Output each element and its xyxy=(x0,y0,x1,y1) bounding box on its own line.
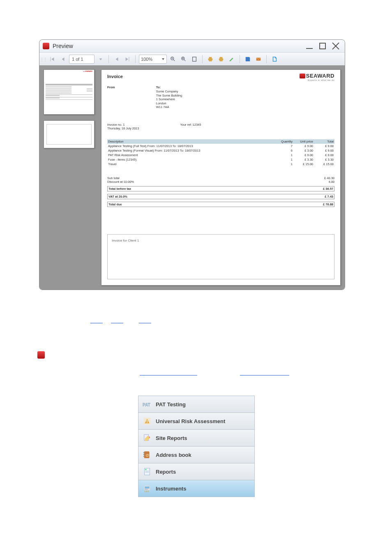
last-page-button[interactable] xyxy=(123,55,132,64)
svg-rect-15 xyxy=(147,420,148,422)
minimize-button[interactable] xyxy=(305,43,314,49)
next-page-button[interactable] xyxy=(112,55,121,64)
sidebar-item-label: Universal Risk Assessment xyxy=(156,418,225,424)
svg-rect-19 xyxy=(143,452,145,453)
zoom-out-button[interactable] xyxy=(168,55,178,64)
line-items-table: Description Quantity Unit price Total Ap… xyxy=(107,139,334,166)
vat-value: £ 7.43 xyxy=(309,195,333,198)
thumbnail-column: ■ SEAWARD xyxy=(44,69,95,286)
page-position-box[interactable]: 1 of 1 xyxy=(69,55,95,64)
invoice-page: Invoice SEAWARD Experts in what we do Fr… xyxy=(101,69,341,286)
address-book-icon: @ xyxy=(143,450,152,459)
print-setup-button[interactable] xyxy=(217,55,226,64)
save-button[interactable] xyxy=(243,55,252,64)
address-block: From To: Some Company The Some Building … xyxy=(107,85,334,109)
preview-toolbar: ⋮⋮ 1 of 1 100% xyxy=(39,53,345,66)
invoice-summary: Sub total £ 40.30 Discount at 10.00% 4.0… xyxy=(107,176,334,207)
discount-label: Discount at 10.00% xyxy=(107,180,310,184)
svg-rect-1 xyxy=(320,43,325,49)
brand-tagline: Experts in what we do xyxy=(300,79,334,81)
svg-rect-28 xyxy=(145,486,150,488)
svg-rect-24 xyxy=(145,469,146,470)
warning-icon xyxy=(143,417,152,426)
zoom-select[interactable]: 100% xyxy=(139,55,167,64)
sidebar-item-label: PAT Testing xyxy=(156,401,186,408)
export-button[interactable] xyxy=(270,55,279,64)
to-label: To: xyxy=(156,85,182,89)
prev-page-button[interactable] xyxy=(58,55,67,64)
sidebar-item-risk-assessment[interactable]: Universal Risk Assessment xyxy=(138,413,255,430)
total-due-label: Total due xyxy=(108,203,309,206)
sidebar-item-address-book[interactable]: @ Address book xyxy=(138,447,255,463)
net-label: Total before tax xyxy=(108,187,309,191)
svg-rect-29 xyxy=(145,489,146,490)
svg-rect-11 xyxy=(193,57,196,62)
link-row-2 xyxy=(99,370,289,377)
toolbar-grip: ⋮⋮ xyxy=(42,57,44,62)
dropdown-icon[interactable] xyxy=(96,55,105,64)
link-segment-icon xyxy=(139,320,151,323)
preview-window: Preview ⋮⋮ 1 of 1 xyxy=(39,39,345,290)
sidebar-item-label: Reports xyxy=(156,469,176,475)
subtotal-label: Sub total xyxy=(107,176,310,180)
from-column: From xyxy=(107,85,115,109)
page-thumbnail-2[interactable] xyxy=(44,120,95,148)
sidebar-item-site-reports[interactable]: Site Reports xyxy=(138,430,255,447)
subtotal-value: £ 40.30 xyxy=(310,176,334,180)
invoice-notes: Invoice for Client 1 xyxy=(107,234,334,279)
app-icon xyxy=(37,351,45,359)
fit-page-button[interactable] xyxy=(190,55,199,64)
vat-label: VAT at 20.0% xyxy=(108,195,309,198)
table-row: Appliance Testing (Full Test) From: 11/0… xyxy=(107,144,334,148)
header-quantity: Quantity xyxy=(272,140,293,143)
svg-rect-20 xyxy=(143,454,145,455)
first-page-button[interactable] xyxy=(48,55,57,64)
table-row: Appliance Testing (Formal Visual) From: … xyxy=(107,148,334,153)
to-line-4: London xyxy=(156,101,182,105)
to-column: To: Some Company The Some Building 1 Som… xyxy=(156,85,182,109)
to-line-2: The Some Building xyxy=(156,94,182,97)
sidebar-item-label: Instruments xyxy=(156,486,186,492)
zoom-value: 100% xyxy=(141,57,152,62)
invoice-date: Thursday, 18 July 2013 xyxy=(107,127,139,130)
header-total: Total xyxy=(313,140,334,143)
window-titlebar: Preview xyxy=(39,40,345,53)
discount-value: 4.00 xyxy=(310,180,334,184)
zoom-in-button[interactable] xyxy=(179,55,188,64)
pencil-report-icon xyxy=(143,433,152,442)
to-line-1: Some Company xyxy=(156,90,182,93)
svg-text:PAT: PAT xyxy=(143,403,151,407)
svg-line-5 xyxy=(173,60,175,61)
svg-rect-21 xyxy=(143,456,145,457)
svg-rect-30 xyxy=(146,489,148,490)
email-button[interactable] xyxy=(254,55,263,64)
link-segment-icon xyxy=(90,320,103,323)
thumb-brand-icon: ■ SEAWARD xyxy=(84,71,92,72)
sidebar-item-instruments[interactable]: 1 2 3 Instruments xyxy=(138,480,255,497)
total-due-value: £ 76.88 xyxy=(309,203,333,206)
window-title: Preview xyxy=(53,43,73,49)
sidebar-item-reports[interactable]: Reports xyxy=(138,463,255,480)
to-line-3: 1 Somewhere xyxy=(156,97,182,101)
your-ref: Your ref: 12345 xyxy=(180,123,201,127)
brand-name: SEAWARD xyxy=(306,73,334,79)
page-thumbnail-1[interactable]: ■ SEAWARD xyxy=(44,69,95,115)
sidebar-item-label: Address book xyxy=(156,452,191,458)
edit-button[interactable] xyxy=(227,55,236,64)
svg-text:@: @ xyxy=(145,453,149,457)
link-segment-icon xyxy=(140,373,197,375)
print-button[interactable] xyxy=(206,55,215,64)
sidebar-item-pat-testing[interactable]: PAT PAT Testing xyxy=(138,396,255,413)
header-unit-price: Unit price xyxy=(293,140,313,143)
close-button[interactable] xyxy=(332,43,340,49)
maximize-button[interactable] xyxy=(318,43,327,49)
svg-rect-16 xyxy=(147,422,148,423)
instruments-icon: 1 2 3 xyxy=(143,484,152,493)
svg-line-8 xyxy=(184,60,186,61)
pat-icon: PAT xyxy=(143,400,152,409)
reports-icon xyxy=(143,467,152,476)
link-segment-icon xyxy=(111,320,123,323)
table-row: Fuse - items (12345) 1 £ 3.30 £ 3.30 xyxy=(107,157,334,162)
svg-rect-25 xyxy=(145,471,149,471)
table-row: PAT Risk Assessment 1 £ 9.00 £ 9.00 xyxy=(107,153,334,157)
